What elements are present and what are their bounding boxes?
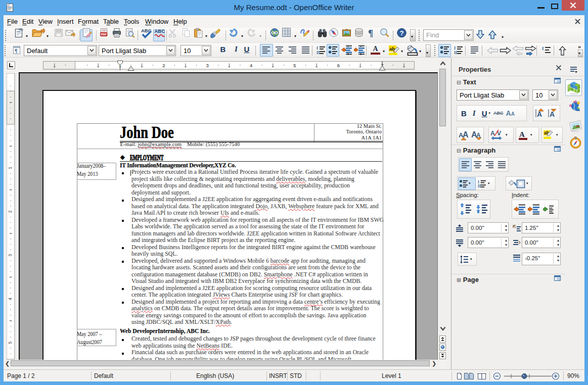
- svg-text:2: 2: [162, 63, 165, 68]
- svg-text:1: 1: [8, 167, 13, 169]
- svg-text:3: 3: [8, 254, 13, 257]
- svg-text:5: 5: [293, 63, 296, 68]
- svg-text:5: 5: [8, 341, 13, 344]
- svg-text:6: 6: [337, 63, 340, 68]
- svg-text:¶: ¶: [368, 28, 373, 38]
- svg-text:2: 2: [8, 210, 13, 213]
- svg-text:3: 3: [206, 63, 209, 68]
- svg-text:II: II: [478, 184, 481, 188]
- svg-text:4: 4: [250, 63, 252, 68]
- svg-text:I: I: [454, 46, 456, 51]
- svg-text:A: A: [490, 130, 495, 137]
- svg-text:N: N: [575, 137, 577, 139]
- svg-text:¶: ¶: [15, 48, 17, 54]
- svg-text:II: II: [316, 51, 320, 55]
- svg-text:4: 4: [8, 298, 13, 300]
- svg-text:ABC: ABC: [155, 28, 165, 34]
- svg-text:A: A: [519, 130, 525, 138]
- svg-text:PDF: PDF: [101, 33, 107, 36]
- svg-text:I: I: [542, 46, 544, 51]
- svg-text:I: I: [316, 46, 318, 51]
- svg-text:II: II: [454, 51, 457, 55]
- svg-text:?: ?: [399, 29, 403, 37]
